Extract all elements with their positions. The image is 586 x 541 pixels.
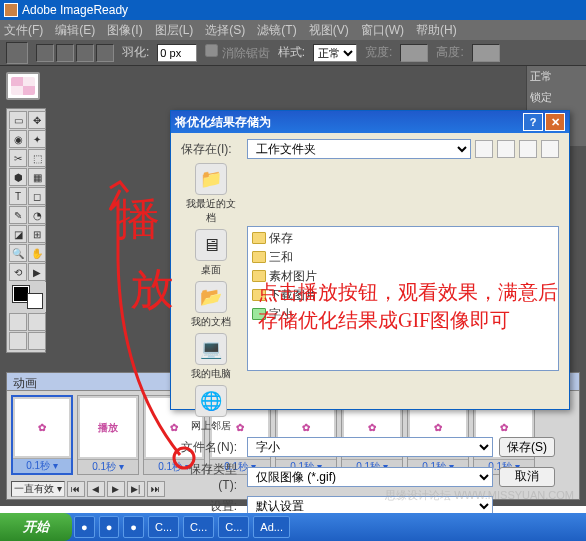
menu-edit[interactable]: 编辑(E) <box>55 22 95 39</box>
taskbar-item[interactable]: ● <box>123 516 144 538</box>
wand-tool[interactable]: ✦ <box>28 130 46 148</box>
folder-item[interactable]: 素材图片 <box>252 267 554 286</box>
taskbar-item[interactable]: C... <box>183 516 214 538</box>
marquee-tool[interactable]: ▭ <box>9 111 27 129</box>
taskbar-item[interactable]: C... <box>218 516 249 538</box>
place-network[interactable]: 🌐网上邻居 <box>183 385 239 433</box>
place-recent[interactable]: 📁我最近的文档 <box>183 163 239 225</box>
menu-select[interactable]: 选择(S) <box>205 22 245 39</box>
zoom-tool[interactable]: 🔍 <box>9 244 27 262</box>
close-button[interactable]: ✕ <box>545 113 565 131</box>
mode-2[interactable] <box>28 313 46 331</box>
help-button[interactable]: ? <box>523 113 543 131</box>
height-label: 高度: <box>436 44 463 61</box>
dialog-titlebar[interactable]: 将优化结果存储为 ? ✕ <box>171 111 569 133</box>
map-tool[interactable]: ⬢ <box>9 168 27 186</box>
marquee-tool-icon[interactable] <box>6 42 28 64</box>
desktop-icon: 🖥 <box>195 229 227 261</box>
move-tool[interactable]: ✥ <box>28 111 46 129</box>
file-item[interactable]: 字小 <box>252 305 554 324</box>
slice-tool[interactable]: ✂ <box>9 149 27 167</box>
back-icon[interactable] <box>475 140 493 158</box>
filename-label: 文件名(N): <box>181 439 241 456</box>
save-button[interactable]: 保存(S) <box>499 437 555 457</box>
computer-icon: 💻 <box>195 333 227 365</box>
place-desktop[interactable]: 🖥桌面 <box>183 229 239 277</box>
menu-image[interactable]: 图像(I) <box>107 22 142 39</box>
mode-3[interactable] <box>9 332 27 350</box>
document-thumbnail[interactable] <box>6 72 40 100</box>
save-dialog: 将优化结果存储为 ? ✕ 保存在(I): 工作文件夹 📁我最近的文档 🖥桌面 📂… <box>170 110 570 410</box>
play-button[interactable]: ▶ <box>107 481 125 497</box>
start-button[interactable]: 开始 <box>0 513 72 541</box>
paint-tool[interactable]: ◔ <box>28 206 46 224</box>
place-computer[interactable]: 💻我的电脑 <box>183 333 239 381</box>
frame-delay[interactable]: 0.1秒 ▾ <box>13 458 71 473</box>
add-selection-icon[interactable] <box>56 44 74 62</box>
taskbar-item[interactable]: ● <box>99 516 120 538</box>
menu-view[interactable]: 视图(V) <box>309 22 349 39</box>
new-selection-icon[interactable] <box>36 44 54 62</box>
eraser-tool[interactable]: ◪ <box>9 225 27 243</box>
frame-thumbnail: ✿ <box>15 399 69 456</box>
app-icon <box>4 3 18 17</box>
menu-filter[interactable]: 滤镜(T) <box>257 22 296 39</box>
folder-icon <box>252 232 266 244</box>
last-frame-button[interactable]: ⏭ <box>147 481 165 497</box>
width-label: 宽度: <box>365 44 392 61</box>
menu-help[interactable]: 帮助(H) <box>416 22 457 39</box>
folder-item[interactable]: 三和 <box>252 248 554 267</box>
view-icon[interactable] <box>541 140 559 158</box>
menu-file[interactable]: 文件(F) <box>4 22 43 39</box>
subtract-selection-icon[interactable] <box>76 44 94 62</box>
shape-tool[interactable]: ◻ <box>28 187 46 205</box>
menu-layer[interactable]: 图层(L) <box>155 22 194 39</box>
gif-icon <box>252 308 266 320</box>
documents-icon: 📂 <box>195 281 227 313</box>
type-tool[interactable]: T <box>9 187 27 205</box>
animation-frame[interactable]: 播放0.1秒 ▾ <box>77 395 139 475</box>
place-documents[interactable]: 📂我的文档 <box>183 281 239 329</box>
feather-label: 羽化: <box>122 44 149 61</box>
width-input <box>400 44 428 62</box>
next-frame-button[interactable]: ▶| <box>127 481 145 497</box>
menu-window[interactable]: 窗口(W) <box>361 22 404 39</box>
hand-tool[interactable]: ✋ <box>28 244 46 262</box>
mode-1[interactable] <box>9 313 27 331</box>
cancel-button[interactable]: 取消 <box>499 467 555 487</box>
frame-thumbnail: 播放 <box>80 398 136 457</box>
toggle-tool[interactable]: ⟲ <box>9 263 27 281</box>
filename-input[interactable]: 字小 <box>247 437 493 457</box>
folder-icon <box>252 251 266 263</box>
eyedropper-tool[interactable]: ✎ <box>9 206 27 224</box>
lasso-tool[interactable]: ◉ <box>9 130 27 148</box>
mode-4[interactable] <box>28 332 46 350</box>
folder-item[interactable]: 保存 <box>252 229 554 248</box>
slice-select-tool[interactable]: ▦ <box>28 168 46 186</box>
style-select[interactable]: 正常 <box>313 44 357 62</box>
up-icon[interactable] <box>497 140 515 158</box>
prev-frame-button[interactable]: ◀ <box>87 481 105 497</box>
animation-frame[interactable]: ✿0.1秒 ▾ <box>11 395 73 475</box>
taskbar-item[interactable]: ● <box>74 516 95 538</box>
new-folder-icon[interactable] <box>519 140 537 158</box>
folder-item[interactable]: 下载图片 <box>252 286 554 305</box>
frame-delay[interactable]: 0.1秒 ▾ <box>78 459 138 474</box>
save-in-combo[interactable]: 工作文件夹 <box>247 139 471 159</box>
loop-select[interactable]: 一直有效 ▾ <box>11 481 65 497</box>
color-swatches[interactable] <box>9 282 46 312</box>
blend-mode[interactable]: 正常 <box>530 69 583 84</box>
taskbar-item[interactable]: C... <box>148 516 179 538</box>
crop-tool[interactable]: ⬚ <box>28 149 46 167</box>
background-color[interactable] <box>27 293 43 309</box>
lock-label: 锁定 <box>530 90 583 105</box>
preview-tool[interactable]: ▶ <box>28 263 46 281</box>
settings-label: 设置: <box>181 498 241 515</box>
type-select[interactable]: 仅限图像 (*.gif) <box>247 467 493 487</box>
feather-input[interactable] <box>157 44 197 62</box>
first-frame-button[interactable]: ⏮ <box>67 481 85 497</box>
file-list[interactable]: 保存 三和 素材图片 下载图片 字小 <box>247 226 559 371</box>
tab-tool[interactable]: ⊞ <box>28 225 46 243</box>
intersect-selection-icon[interactable] <box>96 44 114 62</box>
taskbar-item[interactable]: Ad... <box>253 516 290 538</box>
